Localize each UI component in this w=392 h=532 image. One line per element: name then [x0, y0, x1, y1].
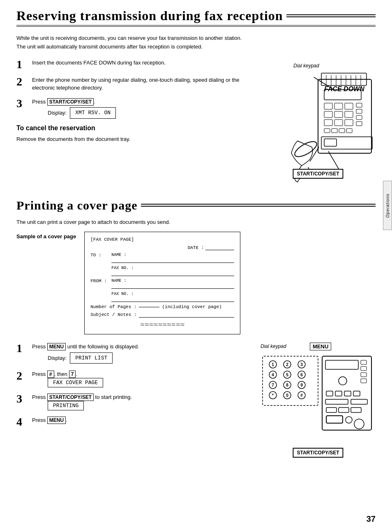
start-copy-set-label2: START/COPY/SET	[293, 448, 343, 458]
svg-rect-12	[324, 103, 332, 109]
face-down-label: FACE DOWN	[324, 85, 364, 93]
svg-rect-66	[335, 391, 342, 396]
steps-diagram-wrapper: 1 Insert the documents FACE DOWN during …	[16, 59, 376, 186]
svg-rect-20	[345, 120, 353, 126]
cancel-text: Remove the documents from the document t…	[16, 135, 252, 143]
step3-prefix: Press	[32, 99, 47, 105]
svg-rect-19	[334, 120, 343, 126]
fax-machine-diagram2: Dial keypad MENU 1 2 3	[261, 343, 376, 462]
svg-text:5: 5	[286, 373, 288, 377]
display-label1: Display:	[48, 109, 67, 117]
page-number: 37	[367, 514, 376, 524]
intro-line1: While the unit is receiving documents, y…	[16, 34, 376, 43]
step3-content: Press START/COPY/SET. Display: XMT RSV. …	[32, 98, 116, 119]
s2-step2-suffix: .	[76, 371, 77, 377]
section1-title: Reserving transmission during fax recept…	[16, 8, 376, 27]
svg-text:4: 4	[272, 373, 274, 377]
svg-text:2: 2	[286, 362, 288, 367]
from-fields: NAME : FAX NO. :	[111, 279, 234, 302]
s2-display-screen3: PRINTING	[48, 401, 84, 410]
svg-rect-68	[353, 391, 360, 396]
s2-step1-key: MENU	[47, 343, 66, 350]
s2-step3-num: 3	[16, 393, 28, 405]
subject-label: Subject / Notes :	[90, 312, 136, 317]
page: Reserving transmission during fax recept…	[0, 0, 392, 532]
operations-text: Operations	[385, 193, 390, 218]
step2: 2 Enter the phone number by using regula…	[16, 76, 252, 92]
section2: Printing a cover page The unit can print…	[16, 198, 376, 462]
step3-suffix: .	[94, 99, 95, 105]
svg-rect-69	[325, 399, 348, 404]
s2-step1-prefix: Press	[32, 343, 47, 350]
to-label: TO :	[90, 253, 109, 258]
intro-line2: The unit will automatically transmit doc…	[16, 43, 376, 51]
svg-rect-63	[361, 379, 367, 383]
subject-row: Subject / Notes :	[90, 312, 234, 318]
cover-from-row: FROM : NAME : FAX NO. :	[90, 279, 234, 302]
subject-line	[139, 312, 234, 318]
svg-rect-26	[356, 109, 362, 113]
svg-rect-70	[351, 399, 367, 404]
from-name: NAME :	[111, 279, 234, 289]
step3-key: START/COPY/SET	[47, 98, 94, 106]
s2-display-label1: Display:	[48, 354, 67, 362]
cancel-title: To cancel the reservation	[16, 124, 252, 132]
s2-step3-suffix: to start printing.	[94, 394, 132, 400]
s2-step4-prefix: Press	[32, 417, 47, 423]
cover-page-sample: [FAX COVER PAGE] DATE : TO : NAME : FAX	[84, 232, 240, 334]
svg-rect-25	[356, 103, 362, 107]
svg-text:7: 7	[272, 383, 274, 387]
svg-text:0: 0	[286, 393, 288, 398]
svg-rect-67	[344, 391, 351, 396]
svg-rect-72	[339, 408, 349, 412]
svg-rect-23	[339, 129, 345, 133]
step3-display: Display: XMT RSV. ON	[48, 107, 116, 119]
pages-blank	[139, 307, 159, 307]
fax-diagram-col: Dial keypad FACE DOWN	[261, 59, 376, 186]
svg-text:8: 8	[286, 383, 288, 387]
display-screen1: XMT RSV. ON	[70, 107, 116, 119]
s2-step4-key: MENU	[47, 417, 66, 424]
pages-label: Number of Pages :	[90, 304, 136, 309]
s2-step2: 2 Press #, then 7. FAX COVER PAGE	[16, 370, 252, 387]
sample-label: Sample of a cover page	[16, 232, 76, 240]
svg-rect-24	[346, 129, 352, 133]
s2-step1-content: Press MENU until the following is displa…	[32, 343, 139, 364]
from-fax: FAX NO. :	[111, 292, 234, 302]
dial-keypad-row2: Dial keypad MENU	[261, 343, 376, 350]
steps-col2: 1 Press MENU until the following is disp…	[16, 343, 252, 462]
s2-step4: 4 Press MENU.	[16, 416, 252, 428]
section1-title-text: Reserving transmission during fax recept…	[16, 8, 283, 23]
s2-step3-key: START/COPY/SET	[47, 394, 94, 401]
s2-step1-display: Display: PRINT LIST	[48, 352, 113, 364]
svg-rect-22	[332, 129, 337, 133]
steps-col: 1 Insert the documents FACE DOWN during …	[16, 59, 252, 186]
fax-machine-diagram: Dial keypad FACE DOWN	[261, 59, 376, 186]
svg-rect-27	[356, 115, 362, 120]
section2-intro: The unit can print a cover page to attac…	[16, 218, 376, 226]
s2-step1-suffix: until the following is displayed.	[66, 343, 139, 350]
svg-point-76	[354, 419, 364, 429]
s2-step3-prefix: Press	[32, 394, 47, 400]
s2-step4-num: 4	[16, 416, 28, 428]
svg-rect-17	[345, 111, 353, 117]
start-copy-set-label: START/COPY/SET	[293, 169, 343, 179]
step1-content: Insert the documents FACE DOWN during fa…	[32, 59, 166, 67]
s2-step3-content: Press START/COPY/SET to start printing. …	[32, 393, 132, 410]
svg-text:9: 9	[300, 383, 303, 387]
svg-rect-74	[326, 416, 343, 423]
cover-date-row: DATE :	[90, 245, 234, 250]
step1-num: 1	[16, 59, 28, 70]
sample-section: Sample of a cover page [FAX COVER PAGE] …	[16, 232, 376, 334]
svg-rect-13	[334, 103, 343, 109]
from-fax-label: FAX NO. :	[111, 292, 234, 296]
menu-label2: MENU	[310, 343, 331, 350]
s2-step2-display: FAX COVER PAGE	[48, 378, 103, 387]
fax-diagram-col2: Dial keypad MENU 1 2 3	[261, 343, 376, 462]
steps-diagram-wrapper2: 1 Press MENU until the following is disp…	[16, 343, 376, 462]
cancel-section: To cancel the reservation Remove the doc…	[16, 124, 252, 143]
svg-text:*: *	[272, 393, 274, 398]
s2-step3: 3 Press START/COPY/SET to start printing…	[16, 393, 252, 410]
svg-text:6: 6	[300, 373, 303, 377]
s2-step2-key1: #	[47, 371, 54, 378]
